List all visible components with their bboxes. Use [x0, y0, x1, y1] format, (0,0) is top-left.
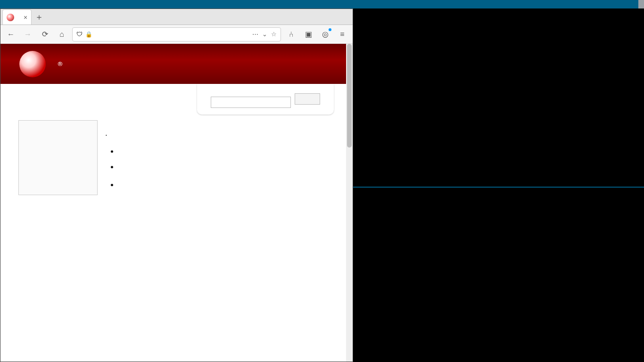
main-nav	[0, 115, 353, 118]
account-icon[interactable]: ◎	[319, 28, 332, 41]
freebsd-logo-icon	[19, 51, 46, 77]
firefox-window: × ＋ ← → ⟳ ⌂ 🛡 🔒 ⋯ ⌄ ☆ ⑃ ▣ ◎ ≡	[0, 8, 353, 362]
terminal-stack	[353, 8, 644, 362]
search-submit-button[interactable]	[295, 93, 320, 105]
url-bar[interactable]: 🛡 🔒 ⋯ ⌄ ☆	[72, 27, 281, 41]
dwm-version	[638, 0, 644, 8]
close-tab-icon[interactable]: ×	[24, 14, 27, 21]
li-handbook	[118, 147, 342, 156]
back-button[interactable]: ←	[4, 28, 17, 41]
li-mailing	[118, 180, 342, 189]
reload-button[interactable]: ⟳	[38, 28, 51, 41]
page-action-icon[interactable]: ⋯	[252, 31, 258, 38]
freebsd-favicon	[7, 14, 14, 21]
terminal-htop[interactable]	[353, 188, 644, 362]
site-banner: ®	[0, 44, 353, 84]
new-tab-button[interactable]: ＋	[32, 9, 47, 25]
hamburger-menu-icon[interactable]: ≡	[336, 28, 349, 41]
doc-sidebar	[18, 120, 98, 195]
shield-icon[interactable]: 🛡	[76, 31, 83, 38]
tab-bar: × ＋	[0, 9, 353, 25]
terminal-screenfetch[interactable]	[353, 8, 644, 188]
scrollbar-thumb[interactable]	[347, 44, 352, 148]
home-button[interactable]: ⌂	[55, 28, 68, 41]
sidebar-icon[interactable]: ▣	[302, 28, 315, 41]
tab-active[interactable]: ×	[2, 9, 32, 25]
lock-icon[interactable]: 🔒	[85, 31, 92, 38]
forward-button: →	[21, 28, 34, 41]
pocket-icon[interactable]: ⌄	[262, 31, 267, 38]
dwm-bar	[0, 0, 644, 8]
li-manpages	[118, 162, 342, 172]
page-content: ® .	[0, 44, 353, 362]
donate-panel	[197, 84, 334, 115]
scrollbar[interactable]	[346, 44, 353, 362]
article: .	[98, 120, 353, 195]
bookmark-star-icon[interactable]: ☆	[271, 31, 277, 38]
intro-paragraph: .	[105, 129, 342, 138]
nav-toolbar: ← → ⟳ ⌂ 🛡 🔒 ⋯ ⌄ ☆ ⑃ ▣ ◎ ≡	[0, 25, 353, 44]
search-input[interactable]	[211, 97, 291, 108]
library-icon[interactable]: ⑃	[285, 28, 298, 41]
